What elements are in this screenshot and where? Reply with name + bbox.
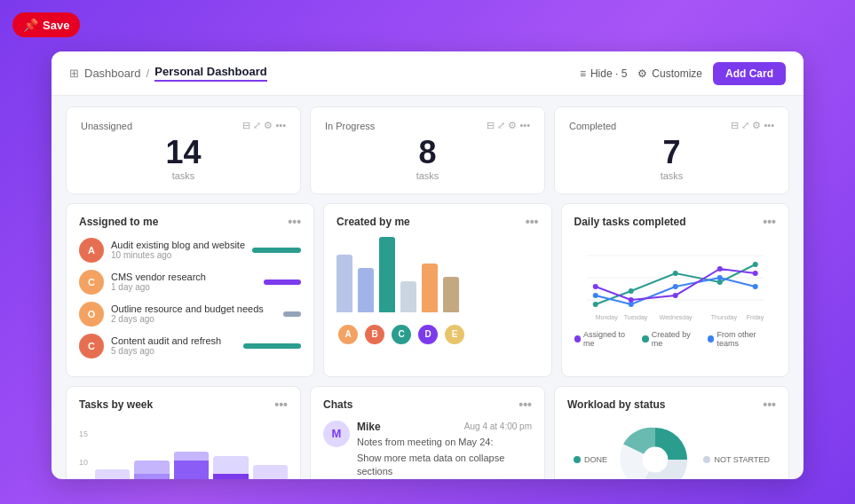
bar-top xyxy=(134,461,169,474)
pie-area: DONE xyxy=(567,421,776,479)
created-chart xyxy=(336,238,538,318)
stats-row: Unassigned ⊟ ⤢ ⚙ ••• 14 tasks In Progres… xyxy=(66,106,789,194)
task-progress-bar xyxy=(264,280,301,285)
bar-top xyxy=(174,452,209,461)
workload-more-icon[interactable]: ••• xyxy=(763,398,776,412)
svg-point-10 xyxy=(672,284,677,289)
tasks-week-chart: 15105 xyxy=(79,421,288,479)
pie-labels: DONE xyxy=(574,455,607,464)
chats-title: Chats xyxy=(323,398,352,411)
svg-text:Friday: Friday xyxy=(746,314,764,321)
assigned-more-icon[interactable]: ••• xyxy=(288,215,301,229)
customize-label: Customize xyxy=(652,67,702,80)
task-info: Outline resource and budget needs 2 days… xyxy=(111,303,276,324)
task-time: 10 minutes ago xyxy=(111,250,245,260)
pie-dot-done xyxy=(574,456,581,463)
completed-count: 7 xyxy=(569,135,774,170)
svg-text:Thursday: Thursday xyxy=(710,314,737,321)
daily-more-icon[interactable]: ••• xyxy=(763,215,776,229)
task-item: C Content audit and refresh 5 days ago xyxy=(79,334,301,358)
chat-date: Aug 4 at 4:00 pm xyxy=(464,421,532,431)
tasks-week-more-icon[interactable]: ••• xyxy=(274,398,288,412)
stat-icons-2: ⊟ ⤢ ⚙ ••• xyxy=(487,120,530,131)
workload-title: Workload by status xyxy=(567,398,665,411)
y-axis: 15105 xyxy=(79,429,90,479)
task-info: Audit existing blog and website 10 minut… xyxy=(111,240,245,260)
created-widget: Created by me ••• ABCDE xyxy=(323,203,551,377)
daily-legend: Assigned to me Created by me From other … xyxy=(574,330,776,348)
mini-avatar: D xyxy=(416,323,439,346)
bar-group xyxy=(174,429,209,479)
task-item: O Outline resource and budget needs 2 da… xyxy=(79,302,301,327)
task-time: 2 days ago xyxy=(111,314,276,324)
breadcrumb-current: Personal Dashboard xyxy=(154,65,266,82)
pie-chart-svg xyxy=(620,424,691,479)
hide-button[interactable]: ≡ Hide · 5 xyxy=(580,67,627,80)
pinterest-icon: 📌 xyxy=(23,18,38,32)
mini-avatar: B xyxy=(363,323,386,346)
stat-completed: Completed ⊟ ⤢ ⚙ ••• 7 tasks xyxy=(554,106,789,194)
chat-line2: Show more meta data on collapse sections xyxy=(357,452,532,479)
chat-item: M Mike Aug 4 at 4:00 pm Notes from meeti… xyxy=(323,421,532,479)
task-time: 1 day ago xyxy=(111,282,257,292)
svg-point-23 xyxy=(643,446,669,472)
customize-button[interactable]: ⚙ Customize xyxy=(637,67,702,80)
task-avatar: C xyxy=(79,270,104,295)
bar-top xyxy=(213,456,248,474)
task-name: Outline resource and budget needs xyxy=(111,303,276,314)
hide-icon: ≡ xyxy=(580,67,586,80)
created-bar xyxy=(379,237,395,312)
legend-assigned: Assigned to me xyxy=(574,330,636,348)
unassigned-count: 14 xyxy=(81,135,286,170)
task-progress-bar xyxy=(252,248,301,253)
pie-dot-notstarted xyxy=(703,456,710,463)
pie-label-done-text: DONE xyxy=(584,455,607,464)
inprogress-sub: tasks xyxy=(325,170,530,181)
middle-row: Assigned to me ••• A Audit existing blog… xyxy=(66,203,789,377)
created-more-icon[interactable]: ••• xyxy=(526,215,539,229)
add-card-button[interactable]: Add Card xyxy=(713,62,786,85)
svg-point-5 xyxy=(672,271,677,276)
svg-point-11 xyxy=(716,275,722,280)
svg-point-15 xyxy=(672,293,677,298)
legend-dot-other xyxy=(708,335,715,343)
content-area: Unassigned ⊟ ⤢ ⚙ ••• 14 tasks In Progres… xyxy=(51,96,804,479)
chat-header: Mike Aug 4 at 4:00 pm xyxy=(357,421,532,433)
breadcrumb-parent[interactable]: Dashboard xyxy=(84,67,141,80)
bar-bottom xyxy=(134,474,169,479)
chat-avatar: M xyxy=(323,421,350,447)
chat-name: Mike xyxy=(357,421,381,433)
assigned-title: Assigned to me xyxy=(79,216,158,228)
bar-bottom xyxy=(213,474,248,479)
pie-label-notstarted: NOT STARTED xyxy=(703,455,770,464)
add-card-label: Add Card xyxy=(725,67,773,80)
chats-more-icon[interactable]: ••• xyxy=(519,398,532,412)
hide-label: Hide · 5 xyxy=(590,67,627,80)
header-actions: ≡ Hide · 5 ⚙ Customize Add Card xyxy=(580,62,786,85)
task-info: CMS vendor research 1 day ago xyxy=(111,272,257,292)
unassigned-label: Unassigned xyxy=(81,121,132,131)
stat-icons: ⊟ ⤢ ⚙ ••• xyxy=(242,120,286,131)
task-time: 5 days ago xyxy=(111,346,236,356)
created-bar xyxy=(443,277,459,312)
bar-group xyxy=(213,429,248,479)
task-item: A Audit existing blog and website 10 min… xyxy=(79,238,301,263)
legend-label-created: Created by me xyxy=(652,330,701,348)
created-title: Created by me xyxy=(336,216,410,228)
task-avatar: O xyxy=(79,302,104,327)
daily-widget: Daily tasks completed ••• xyxy=(561,203,789,377)
save-label: Save xyxy=(43,19,69,32)
legend-label-other: From other teams xyxy=(716,330,776,348)
task-name: Audit existing blog and website xyxy=(111,240,245,250)
created-avatars: ABCDE xyxy=(336,323,538,346)
svg-point-16 xyxy=(716,266,722,272)
save-button[interactable]: 📌 Save xyxy=(12,12,80,37)
completed-sub: tasks xyxy=(569,170,774,181)
svg-point-12 xyxy=(752,284,757,289)
legend-created: Created by me xyxy=(642,330,701,348)
tasks-week-title: Tasks by week xyxy=(79,398,153,411)
svg-text:Monday: Monday xyxy=(595,314,617,321)
stat-unassigned: Unassigned ⊟ ⤢ ⚙ ••• 14 tasks xyxy=(66,106,301,194)
unassigned-sub: tasks xyxy=(81,170,286,181)
breadcrumb-sep: / xyxy=(146,67,150,80)
